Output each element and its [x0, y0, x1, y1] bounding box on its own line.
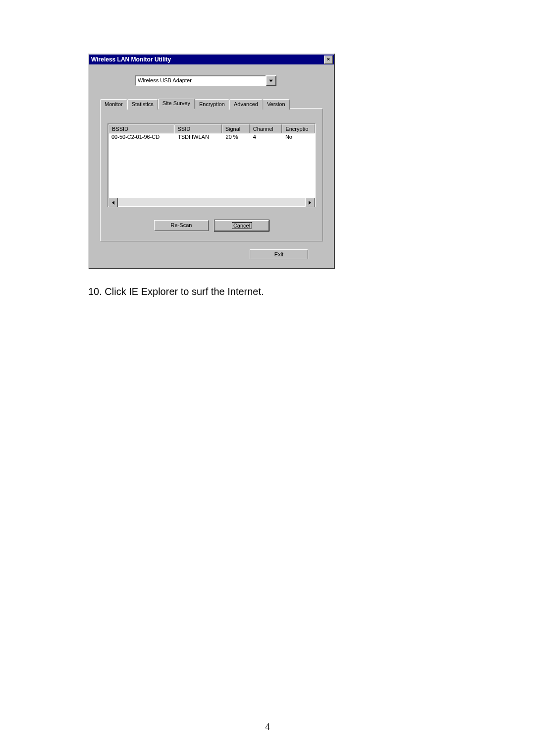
listview-header: BSSID SSID Signal Channel Encryptio	[108, 124, 315, 133]
tab-label: Statistics	[132, 101, 154, 107]
button-label: Re-Scan	[171, 222, 192, 228]
tab-label: Advanced	[234, 101, 258, 107]
close-icon: ×	[327, 56, 330, 62]
cell-bssid: 00-50-C2-01-96-CD	[108, 133, 175, 140]
tab-version[interactable]: Version	[263, 99, 290, 110]
tab-strip: Monitor Statistics Site Survey Encryptio…	[100, 98, 323, 109]
wireless-lan-dialog: Wireless LAN Monitor Utility × Wireless …	[88, 54, 335, 269]
tab-label: Monitor	[105, 101, 123, 107]
tab-label: Encryption	[199, 101, 225, 107]
cell-channel: 4	[250, 133, 282, 140]
scroll-right-button[interactable]	[305, 198, 315, 207]
button-label: Exit	[274, 251, 283, 257]
listview-row[interactable]: 00-50-C2-01-96-CD TSDIIIWLAN 20 % 4 No	[108, 133, 315, 140]
tab-label: Version	[267, 101, 285, 107]
column-header-bssid[interactable]: BSSID	[108, 124, 174, 133]
cell-encryption: No	[282, 133, 315, 140]
tab-monitor[interactable]: Monitor	[100, 99, 127, 110]
dropdown-arrow-button[interactable]	[266, 75, 276, 86]
triangle-left-icon	[112, 201, 114, 205]
window-title: Wireless LAN Monitor Utility	[91, 56, 324, 63]
tab-label: Site Survey	[162, 100, 190, 106]
scroll-track[interactable]	[118, 198, 305, 206]
instruction-step-10: 10. Click IE Explorer to surf the Intern…	[88, 286, 456, 297]
tab-site-survey[interactable]: Site Survey	[158, 99, 195, 109]
tab-button-row: Re-Scan Cancel	[107, 220, 316, 231]
column-header-ssid[interactable]: SSID	[174, 124, 222, 133]
button-label: Cancel	[232, 222, 252, 229]
chevron-down-icon	[269, 80, 273, 82]
column-header-channel[interactable]: Channel	[250, 124, 282, 133]
cell-signal: 20 %	[223, 133, 250, 140]
column-header-encryption[interactable]: Encryptio	[282, 124, 315, 133]
horizontal-scrollbar[interactable]	[108, 198, 315, 206]
rescan-button[interactable]: Re-Scan	[154, 220, 209, 231]
titlebar: Wireless LAN Monitor Utility ×	[89, 55, 334, 64]
adapter-row: Wireless USB Adapter	[99, 75, 324, 86]
cell-ssid: TSDIIIWLAN	[175, 133, 223, 140]
page-number: 4	[0, 722, 535, 732]
site-survey-listview[interactable]: BSSID SSID Signal Channel Encryptio 00-5…	[107, 123, 316, 207]
tab-advanced[interactable]: Advanced	[229, 99, 263, 110]
exit-button[interactable]: Exit	[250, 249, 308, 259]
cancel-button[interactable]: Cancel	[214, 220, 269, 231]
exit-button-row: Exit	[99, 241, 324, 259]
dialog-body: Wireless USB Adapter Monitor Statistics …	[89, 64, 334, 268]
scroll-left-button[interactable]	[108, 198, 118, 207]
triangle-right-icon	[309, 201, 311, 205]
column-header-signal[interactable]: Signal	[222, 124, 250, 133]
document-page: Wireless LAN Monitor Utility × Wireless …	[0, 0, 535, 756]
tab-encryption[interactable]: Encryption	[195, 99, 229, 110]
adapter-dropdown-value: Wireless USB Adapter	[135, 75, 267, 86]
close-button[interactable]: ×	[324, 56, 333, 64]
adapter-dropdown[interactable]: Wireless USB Adapter	[135, 75, 276, 86]
listview-body: 00-50-C2-01-96-CD TSDIIIWLAN 20 % 4 No	[108, 133, 315, 198]
tab-control: Monitor Statistics Site Survey Encryptio…	[100, 98, 323, 241]
tab-page-site-survey: BSSID SSID Signal Channel Encryptio 00-5…	[100, 108, 323, 241]
tab-statistics[interactable]: Statistics	[127, 99, 158, 110]
